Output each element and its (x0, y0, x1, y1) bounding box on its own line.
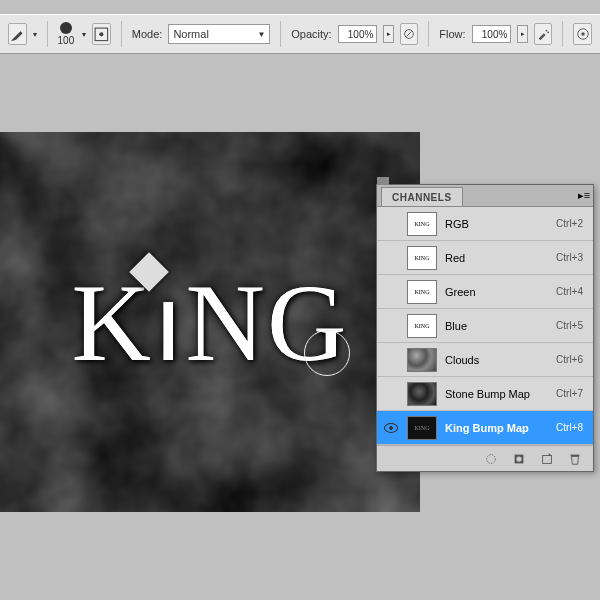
svg-rect-12 (543, 455, 552, 463)
panel-footer (377, 445, 593, 471)
channel-name: Blue (445, 320, 548, 332)
channel-shortcut: Ctrl+2 (556, 218, 583, 229)
channel-name: King Bump Map (445, 422, 548, 434)
brush-tool-icon[interactable] (8, 23, 27, 45)
channel-row[interactable]: KINGKing Bump MapCtrl+8 (377, 411, 593, 445)
pressure-opacity-toggle[interactable] (400, 23, 419, 45)
flow-flyout-button[interactable]: ▸ (517, 25, 527, 43)
channel-name: Clouds (445, 354, 548, 366)
channel-thumbnail (407, 382, 437, 406)
tab-channels[interactable]: CHANNELS (381, 187, 463, 206)
chevron-down-icon[interactable]: ▾ (82, 30, 86, 39)
brush-preset-picker[interactable]: 100 (58, 22, 75, 46)
channel-name: RGB (445, 218, 548, 230)
visibility-eye-icon[interactable] (383, 318, 399, 334)
channel-thumbnail: KING (407, 246, 437, 270)
options-toolbar: ▾ 100 ▾ Mode: Normal ▼ Opacity: 100% ▸ F… (0, 14, 600, 54)
channel-row[interactable]: KINGRGBCtrl+2 (377, 207, 593, 241)
svg-point-9 (487, 454, 496, 463)
channel-shortcut: Ctrl+3 (556, 252, 583, 263)
channel-shortcut: Ctrl+8 (556, 422, 583, 433)
dropdown-arrow-icon[interactable]: ▾ (33, 30, 37, 39)
visibility-eye-icon[interactable] (383, 420, 399, 436)
panel-menu-button[interactable]: ▸≡ (575, 189, 593, 206)
channel-row[interactable]: KINGBlueCtrl+5 (377, 309, 593, 343)
visibility-eye-icon[interactable] (383, 386, 399, 402)
mode-label: Mode: (132, 28, 163, 40)
panel-collapse-grip[interactable] (377, 177, 389, 185)
channel-thumbnail: KING (407, 280, 437, 304)
flow-label: Flow: (439, 28, 465, 40)
svg-point-3 (546, 30, 548, 32)
visibility-eye-icon[interactable] (383, 216, 399, 232)
svg-point-11 (516, 456, 521, 461)
visibility-eye-icon[interactable] (383, 352, 399, 368)
pressure-size-toggle[interactable] (573, 23, 592, 45)
channel-thumbnail: KING (407, 416, 437, 440)
airbrush-toggle[interactable] (534, 23, 553, 45)
blend-mode-select[interactable]: Normal ▼ (168, 24, 270, 44)
chevron-down-icon: ▼ (257, 30, 265, 39)
svg-point-4 (547, 31, 549, 33)
brush-size-value: 100 (58, 35, 75, 46)
svg-rect-13 (571, 454, 580, 456)
panel-tab-row: CHANNELS ▸≡ (377, 185, 593, 207)
channel-shortcut: Ctrl+7 (556, 388, 583, 399)
opacity-input[interactable]: 100% (338, 25, 378, 43)
channel-name: Red (445, 252, 548, 264)
channel-row[interactable]: KINGRedCtrl+3 (377, 241, 593, 275)
delete-channel-button[interactable] (567, 452, 583, 466)
channel-shortcut: Ctrl+5 (556, 320, 583, 331)
channel-thumbnail: KING (407, 314, 437, 338)
svg-point-6 (581, 32, 585, 36)
canvas-text: KıNG (72, 258, 349, 387)
channel-row[interactable]: CloudsCtrl+6 (377, 343, 593, 377)
svg-point-1 (100, 32, 104, 36)
brush-panel-toggle[interactable] (92, 23, 111, 45)
save-selection-button[interactable] (511, 452, 527, 466)
visibility-eye-icon[interactable] (383, 284, 399, 300)
channel-thumbnail: KING (407, 212, 437, 236)
flow-input[interactable]: 100% (472, 25, 512, 43)
channel-thumbnail (407, 348, 437, 372)
brush-dot-icon (60, 22, 72, 34)
channel-row[interactable]: KINGGreenCtrl+4 (377, 275, 593, 309)
channel-list: KINGRGBCtrl+2KINGRedCtrl+3KINGGreenCtrl+… (377, 207, 593, 445)
opacity-label: Opacity: (291, 28, 331, 40)
new-channel-button[interactable] (539, 452, 555, 466)
channel-name: Stone Bump Map (445, 388, 548, 400)
channel-shortcut: Ctrl+6 (556, 354, 583, 365)
visibility-eye-icon[interactable] (383, 250, 399, 266)
channels-panel: CHANNELS ▸≡ KINGRGBCtrl+2KINGRedCtrl+3KI… (376, 184, 594, 472)
document-canvas[interactable]: KıNG (0, 132, 420, 512)
channel-row[interactable]: Stone Bump MapCtrl+7 (377, 377, 593, 411)
opacity-flyout-button[interactable]: ▸ (383, 25, 393, 43)
channel-name: Green (445, 286, 548, 298)
channel-shortcut: Ctrl+4 (556, 286, 583, 297)
load-selection-button[interactable] (483, 452, 499, 466)
mode-value: Normal (173, 28, 208, 40)
